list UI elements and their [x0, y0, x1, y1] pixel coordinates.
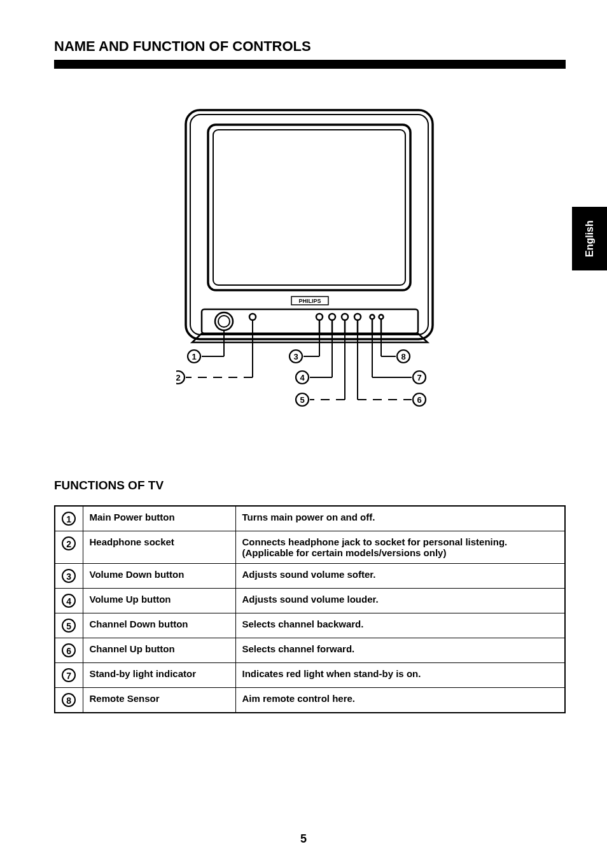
function-name: Remote Sensor [83, 688, 235, 713]
svg-point-9 [249, 314, 256, 320]
function-number-cell: 3 [55, 564, 83, 589]
table-row: 4Volume Up buttonAdjusts sound volume lo… [55, 589, 565, 613]
table-row: 8Remote SensorAim remote control here. [55, 688, 565, 713]
function-number-cell: 8 [55, 688, 83, 713]
svg-point-15 [342, 314, 348, 320]
title-underline [54, 60, 566, 69]
function-description: Turns main power on and off. [235, 506, 565, 531]
function-description: Adjusts sound volume softer. [235, 564, 565, 589]
table-row: 6Channel Up buttonSelects channel forwar… [55, 638, 565, 663]
function-description: Selects channel forward. [235, 638, 565, 663]
callout-7: 7 [417, 373, 421, 382]
function-number-cell: 1 [55, 506, 83, 531]
svg-point-19 [370, 315, 375, 319]
function-description: Indicates red light when stand-by is on. [235, 663, 565, 688]
function-name: Stand-by light indicator [83, 663, 235, 688]
svg-point-17 [354, 314, 361, 320]
functions-table: 1Main Power buttonTurns main power on an… [54, 505, 566, 713]
callout-5: 5 [300, 395, 304, 405]
circled-number-icon: 5 [62, 619, 76, 633]
svg-rect-3 [213, 130, 405, 285]
svg-rect-5 [202, 309, 418, 333]
callout-2: 2 [176, 373, 181, 382]
table-row: 3Volume Down buttonAdjusts sound volume … [55, 564, 565, 589]
circled-number-icon: 2 [62, 536, 76, 550]
function-name: Channel Down button [83, 613, 235, 638]
language-tab: English [572, 207, 607, 270]
brand-label: PHILIPS [298, 298, 321, 304]
table-row: 7Stand-by light indicatorIndicates red l… [55, 663, 565, 688]
function-number-cell: 5 [55, 613, 83, 638]
callout-1: 1 [192, 352, 196, 361]
page-title: NAME AND FUNCTION OF CONTROLS [54, 38, 566, 55]
table-row: 2Headphone socketConnects headphone jack… [55, 531, 565, 564]
function-name: Main Power button [83, 506, 235, 531]
function-description: Aim remote control here. [235, 688, 565, 713]
function-description: Connects headphone jack to socket for pe… [235, 531, 565, 564]
callout-4: 4 [300, 373, 305, 382]
function-number-cell: 7 [55, 663, 83, 688]
circled-number-icon: 8 [62, 693, 76, 707]
function-name: Channel Up button [83, 638, 235, 663]
circled-number-icon: 6 [62, 643, 76, 657]
table-row: 5Channel Down buttonSelects channel back… [55, 613, 565, 638]
callout-6: 6 [417, 395, 421, 405]
circled-number-icon: 1 [62, 512, 76, 526]
function-name: Volume Up button [83, 589, 235, 613]
svg-point-21 [379, 315, 384, 319]
callout-8: 8 [401, 352, 405, 361]
function-number-cell: 2 [55, 531, 83, 564]
circled-number-icon: 3 [62, 569, 76, 583]
svg-rect-2 [208, 125, 410, 290]
function-description: Adjusts sound volume louder. [235, 589, 565, 613]
page-number: 5 [0, 832, 607, 846]
tv-diagram: PHILIPS [176, 107, 443, 421]
svg-point-11 [316, 314, 323, 320]
function-name: Headphone socket [83, 531, 235, 564]
functions-subtitle: FUNCTIONS OF TV [54, 479, 566, 493]
function-name: Volume Down button [83, 564, 235, 589]
table-row: 1Main Power buttonTurns main power on an… [55, 506, 565, 531]
svg-point-13 [329, 314, 335, 320]
circled-number-icon: 4 [62, 594, 76, 608]
callout-3: 3 [293, 352, 298, 361]
function-description: Selects channel backward. [235, 613, 565, 638]
circled-number-icon: 7 [62, 668, 76, 682]
function-number-cell: 4 [55, 589, 83, 613]
svg-point-7 [218, 316, 230, 327]
function-number-cell: 6 [55, 638, 83, 663]
